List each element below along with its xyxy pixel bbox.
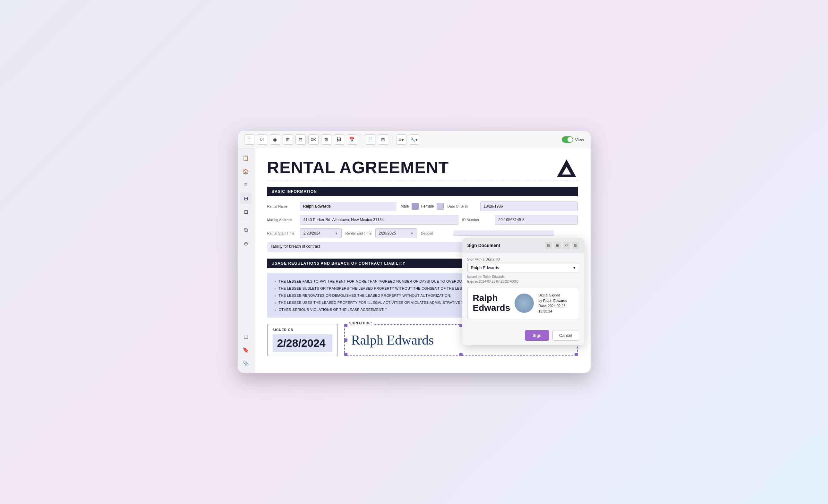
mailing-address-field[interactable]: 4140 Parker Rd. Allentown, New Mexico 31… [300,215,458,224]
gender-group: Male Female [400,203,443,210]
sidebar-table-icon[interactable]: ⊞ [240,193,251,204]
basic-info-header: BASIC INFORMATION [267,187,578,196]
dialog-icon-1[interactable]: ⊡ [545,242,552,249]
sidebar-bookmark-icon[interactable]: 🔖 [240,344,251,355]
signature-value: Ralph Edwards [351,332,434,348]
select-arrow: ▾ [573,265,576,270]
preview-name-block: Ralph Edwards [473,293,510,313]
toolbar: T̲ ☑ ◉ ⊞ ⊟ OK ⊠ 🖼 📅 📄 ⊞ ≡▾ 🔧▾ View [238,131,591,148]
handle-tl[interactable] [344,324,347,327]
digital-text-2: by Ralph Edwards [538,298,567,303]
document-area: RENTAL AGREEMENT BASIC INFORMATION Renta… [254,148,591,373]
sign-dialog-title: Sign Document [467,243,500,248]
digital-id-label: Sign with a Digital ID [467,257,579,261]
table-tool-icon[interactable]: ⊞ [283,134,293,145]
dropdown-arrow-end: ▼ [410,232,414,235]
checkbox-tool-icon[interactable]: ☑ [257,134,267,145]
rental-start-label: Rental Start Time [267,231,296,235]
sidebar-bottom: ◫ 🔖 📎 [240,330,251,369]
digital-text-4: 13:33:24 [538,309,567,314]
app-window: T̲ ☑ ◉ ⊞ ⊟ OK ⊠ 🖼 📅 📄 ⊞ ≡▾ 🔧▾ View 📋 🏠 ≡… [238,131,591,373]
barcode-tool-icon[interactable]: ⊠ [321,134,331,145]
sign-dialog: Sign Document ⊡ ⊞ ↺ ⊠ Sign with a Digita… [462,238,584,345]
issued-by: Issued by: Ralph Edwards [467,274,579,279]
preview-name-line1: Ralph [473,293,510,303]
handle-lm[interactable] [344,338,347,342]
sidebar: 📋 🏠 ≡ ⊞ ⊟ ⧉ ⊕ ◫ 🔖 📎 [238,148,254,373]
digital-id-select[interactable]: Ralph Edwards ▾ [467,263,579,272]
preview-stamp [514,294,534,313]
id-number-field[interactable]: 20-10563145-8 [495,215,578,224]
signed-on-label: SIGNED ON [273,328,332,332]
company-logo [555,158,578,180]
sidebar-blocks-icon[interactable]: ⊕ [240,238,251,249]
sign-dialog-footer: Sign Cancel [462,327,584,345]
image-tool-icon[interactable]: 🖼 [334,134,344,145]
dob-field[interactable]: 10/28/1986 [480,202,578,211]
issued-info: Issued by: Ralph Edwards Expires:2024-03… [467,274,579,284]
dialog-icon-2[interactable]: ⊞ [554,242,561,249]
grid-tool-icon[interactable]: ⊞ [378,134,388,145]
male-label: Male [400,204,409,209]
rental-end-value: 2/28/2025 [379,231,396,236]
handle-br[interactable] [575,353,578,356]
signature-label: SIGNATURE: [348,322,373,325]
radio-tool-icon[interactable]: ◉ [270,134,280,145]
sidebar-home-icon[interactable]: 🏠 [240,166,251,177]
sidebar-stack-icon[interactable]: ◫ [240,330,251,342]
mailing-address-label: Mailing Address [267,218,296,222]
sidebar-document-icon[interactable]: 📋 [240,152,251,164]
id-number-label: ID Number [462,218,491,222]
calendar-tool-icon[interactable]: 📅 [347,134,357,145]
female-label: Female [421,204,434,209]
cancel-button[interactable]: Cancel [552,330,579,341]
deposit-label: Deposit [421,231,450,235]
dialog-icons: ⊡ ⊞ ↺ ⊠ [545,242,579,249]
rental-name-field[interactable]: Ralph Edwards [300,202,397,211]
expires: Expires:2024-03-28 07:23:22 +0000 [467,279,579,284]
document-title: RENTAL AGREEMENT [267,158,578,180]
sidebar-list-icon[interactable]: ≡ [240,179,251,191]
sidebar-layout-icon[interactable]: ⊟ [240,206,251,217]
digital-text-1: Digital Signed [538,293,567,298]
signer-name: Ralph Edwards [471,265,499,270]
handle-bm[interactable] [459,353,463,356]
sign-dialog-body: Sign with a Digital ID Ralph Edwards ▾ I… [462,253,584,327]
sidebar-clip-icon[interactable]: 📎 [240,358,251,369]
dropdown-arrow-start: ▼ [335,232,338,235]
view-switch[interactable] [562,136,573,143]
rental-start-value: 2/28/2024 [303,231,321,236]
doc-tool-icon[interactable]: 📄 [365,134,375,145]
rental-start-dropdown[interactable]: 2/28/2024 ▼ [300,228,342,238]
dialog-icon-3[interactable]: ↺ [563,242,570,249]
toolbar-separator-2 [392,136,392,143]
view-toggle[interactable]: View [562,136,584,143]
time-row: Rental Start Time 2/28/2024 ▼ Rental End… [267,228,578,238]
sign-button[interactable]: Sign [525,330,549,341]
ok-tool-icon[interactable]: OK [308,134,319,145]
dialog-icon-4[interactable]: ⊠ [572,242,579,249]
sidebar-sep [242,221,250,221]
sidebar-copy-icon[interactable]: ⧉ [240,224,251,236]
toolbar-separator [361,136,361,143]
field-tool-icon[interactable]: ⊟ [295,134,306,145]
preview-name-line2: Edwards [473,303,510,313]
toolbar-right: View [562,136,584,143]
handle-bl[interactable] [344,353,347,356]
deposit-field[interactable] [454,231,554,236]
signed-on-date: 2/28/2024 [273,334,332,352]
preview-digital-text: Digital Signed by Ralph Edwards Date: 20… [538,293,567,314]
dob-label: Date Of Birth [448,204,477,208]
main-layout: 📋 🏠 ≡ ⊞ ⊟ ⧉ ⊕ ◫ 🔖 📎 [238,148,591,373]
view-label: View [575,137,584,142]
wrench-tool-icon[interactable]: 🔧▾ [409,134,419,145]
digital-text-3: Date: 2024.02.28 [538,303,567,309]
digital-preview: Ralph Edwards Digital Signed by Ralph Ed… [467,287,579,319]
male-radio[interactable] [412,203,419,210]
rental-end-dropdown[interactable]: 2/28/2025 ▼ [375,228,417,238]
text-tool-icon[interactable]: T̲ [244,134,254,145]
signed-on-box: SIGNED ON 2/28/2024 [267,324,338,356]
female-radio[interactable] [437,203,444,210]
rental-name-label: Rental Name [267,204,296,208]
align-tool-icon[interactable]: ≡▾ [396,134,407,145]
